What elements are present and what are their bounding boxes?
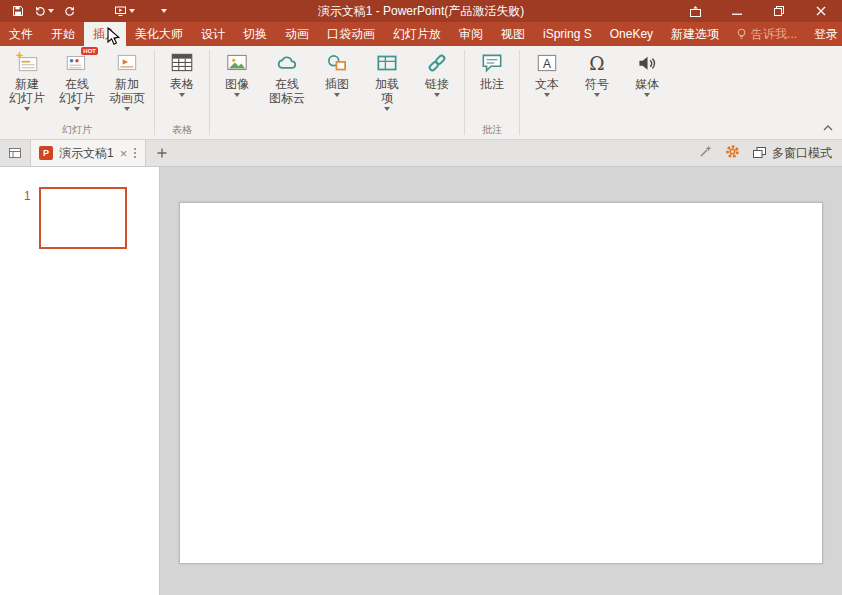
powerpoint-window: 演示文稿1 - PowerPoint(产品激活失败) 文件 开始 插入 美化大师… bbox=[0, 0, 842, 595]
media-button[interactable]: 媒体 bbox=[622, 49, 672, 98]
images-button[interactable]: 图像 bbox=[212, 49, 262, 98]
tab-slideshow[interactable]: 幻灯片放 bbox=[384, 22, 450, 46]
close-button[interactable] bbox=[800, 0, 842, 22]
ribbon-group-label bbox=[520, 123, 674, 139]
chevron-down-icon bbox=[179, 93, 185, 97]
tab-animations[interactable]: 动画 bbox=[276, 22, 318, 46]
undo-button[interactable] bbox=[34, 5, 54, 17]
chevron-up-icon bbox=[822, 124, 834, 132]
save-button[interactable] bbox=[12, 5, 24, 17]
text-button[interactable]: A 文本 bbox=[522, 49, 572, 98]
thumbnail-row: 1 bbox=[0, 187, 159, 249]
tab-pocket-animation[interactable]: 口袋动画 bbox=[318, 22, 384, 46]
svg-text:Ω: Ω bbox=[589, 53, 604, 74]
table-icon bbox=[169, 50, 195, 76]
button-label: 链接 bbox=[425, 77, 449, 91]
tell-me-label: 告诉我... bbox=[751, 26, 797, 43]
slide-thumbnail[interactable] bbox=[39, 187, 127, 249]
start-slideshow-button[interactable] bbox=[114, 5, 135, 17]
multi-window-mode-button[interactable]: 多窗口模式 bbox=[752, 145, 832, 162]
document-tab[interactable]: P 演示文稿1 × bbox=[30, 140, 146, 166]
ribbon-group-label: 批注 bbox=[465, 123, 519, 139]
tab-home[interactable]: 开始 bbox=[42, 22, 84, 46]
chevron-down-icon bbox=[434, 93, 440, 97]
tab-transitions[interactable]: 切换 bbox=[234, 22, 276, 46]
ribbon-group-label bbox=[210, 123, 464, 139]
symbols-button[interactable]: Ω 符号 bbox=[572, 49, 622, 98]
minimize-icon bbox=[731, 5, 743, 17]
ribbon-tab-bar: 文件 开始 插入 美化大师 设计 切换 动画 口袋动画 幻灯片放 审阅 视图 i… bbox=[0, 22, 842, 46]
tell-me-box[interactable]: 告诉我... bbox=[728, 22, 805, 46]
online-slides-button[interactable]: HOT 在线 幻灯片 bbox=[52, 49, 102, 112]
button-label: 表格 bbox=[170, 77, 194, 91]
magic-wand-icon bbox=[699, 144, 713, 158]
online-icon-cloud-button[interactable]: 在线 图标云 bbox=[262, 49, 312, 106]
new-document-tab-button[interactable] bbox=[146, 140, 178, 166]
add-ins-button[interactable]: 加载 项 bbox=[362, 49, 412, 112]
button-label: 在线 图标云 bbox=[269, 77, 305, 105]
magic-wand-button[interactable] bbox=[699, 144, 713, 162]
tab-new-options[interactable]: 新建选项 bbox=[662, 22, 728, 46]
ribbon-group-table: 表格 表格 bbox=[155, 46, 209, 139]
redo-icon bbox=[64, 5, 76, 17]
tab-bar-tools: 多窗口模式 bbox=[699, 140, 842, 166]
redo-button[interactable] bbox=[64, 5, 76, 17]
chevron-down-icon bbox=[234, 93, 240, 97]
cloud-icon bbox=[274, 50, 300, 76]
tab-design[interactable]: 设计 bbox=[192, 22, 234, 46]
restore-button[interactable] bbox=[758, 0, 800, 22]
tab-ispring[interactable]: iSpring S bbox=[534, 22, 601, 46]
undo-icon bbox=[34, 5, 46, 17]
tab-file[interactable]: 文件 bbox=[0, 22, 42, 46]
tab-review[interactable]: 审阅 bbox=[450, 22, 492, 46]
pane-toggle-button[interactable] bbox=[0, 140, 30, 166]
links-button[interactable]: 链接 bbox=[412, 49, 462, 98]
slide-thumbnail-panel: 1 bbox=[0, 167, 160, 595]
images-icon bbox=[224, 50, 250, 76]
speaker-icon bbox=[634, 50, 660, 76]
close-tab-icon[interactable]: × bbox=[120, 147, 128, 160]
plus-icon bbox=[156, 147, 168, 159]
button-label: 符号 bbox=[585, 77, 609, 91]
multi-window-icon bbox=[752, 146, 767, 160]
settings-gear-button[interactable] bbox=[725, 144, 740, 163]
tab-insert[interactable]: 插入 bbox=[84, 22, 126, 46]
slide-canvas[interactable] bbox=[179, 202, 823, 564]
restore-icon bbox=[773, 5, 785, 17]
slideshow-icon bbox=[114, 5, 127, 17]
link-icon bbox=[424, 50, 450, 76]
ribbon-display-options-button[interactable] bbox=[674, 0, 716, 22]
tab-onekey[interactable]: OneKey bbox=[601, 22, 662, 46]
ribbon: 新建 幻灯片 HOT 在线 幻灯片 新加 动画页 bbox=[0, 46, 842, 140]
collapse-ribbon-button[interactable] bbox=[822, 118, 834, 136]
close-icon bbox=[815, 5, 827, 17]
new-slide-icon bbox=[14, 50, 40, 76]
comment-button[interactable]: 批注 bbox=[467, 49, 517, 92]
kebab-menu-icon[interactable] bbox=[133, 146, 137, 160]
new-animation-page-button[interactable]: 新加 动画页 bbox=[102, 49, 152, 112]
button-label: 图像 bbox=[225, 77, 249, 91]
login-button[interactable]: 登录 bbox=[805, 22, 842, 46]
table-button[interactable]: 表格 bbox=[157, 49, 207, 98]
chevron-down-icon bbox=[384, 107, 390, 111]
illustrations-button[interactable]: 插图 bbox=[312, 49, 362, 98]
chevron-down-icon bbox=[129, 9, 135, 13]
tab-beautify-master[interactable]: 美化大师 bbox=[126, 22, 192, 46]
add-ins-icon bbox=[374, 50, 400, 76]
hot-badge: HOT bbox=[81, 47, 98, 55]
chevron-down-icon bbox=[24, 107, 30, 111]
new-animation-page-icon bbox=[114, 50, 140, 76]
comment-icon bbox=[479, 50, 505, 76]
button-label: 插图 bbox=[325, 77, 349, 91]
svg-text:A: A bbox=[543, 57, 551, 71]
customize-qat-button[interactable] bbox=[161, 9, 167, 13]
tab-view[interactable]: 视图 bbox=[492, 22, 534, 46]
ribbon-group-comments: 批注 批注 bbox=[465, 46, 519, 139]
new-slide-button[interactable]: 新建 幻灯片 bbox=[2, 49, 52, 112]
powerpoint-file-icon: P bbox=[39, 146, 53, 160]
chevron-down-icon bbox=[594, 93, 600, 97]
minimize-button[interactable] bbox=[716, 0, 758, 22]
ribbon-group-label: 表格 bbox=[155, 123, 209, 139]
quick-access-toolbar bbox=[0, 5, 167, 17]
document-tab-label: 演示文稿1 bbox=[59, 145, 114, 162]
